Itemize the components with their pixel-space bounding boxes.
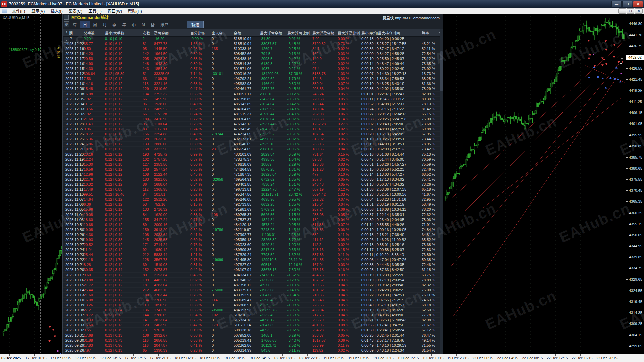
table-row[interactable]: 2025.10.3110.680.12 | 0.12892000.160.41 … [63,222,443,227]
chart-window-icon[interactable] [2,9,7,13]
table-row[interactable]: 2025.10.0913.260.12 | 0.181101850.580.38… [63,303,443,308]
table-row[interactable]: 2025.10.1425.440.12 | 0.122124682.160.98… [63,288,443,293]
table-row[interactable]: 2025.10.1623.880.12 | 0.121994482.120.92… [63,278,443,283]
table-row[interactable]: 2025.10.2720.520.12 | 0.121713714.240.76… [63,242,443,247]
tab-M[interactable]: M [139,21,148,27]
table-row[interactable]: 2025.09.3031.880.13 | 3.731162656.550.53… [63,338,443,343]
table-row[interactable]: 2025.11.2415.960.12 | 0.121332886.000.59… [63,142,443,147]
table-row[interactable]: 2025.12.2235.770.10 | 6.12818477.781.66 … [63,41,443,46]
table-row[interactable]: 2025.10.218.280.12 | 0.12691519.080.31 %… [63,262,443,267]
table-row[interactable]: 2025.12.1720.500.10 | 0.102052673.300.53… [63,56,443,61]
tab-币[interactable]: 币 [129,21,139,28]
panel-side-button-0[interactable]: 移 [64,21,69,27]
table-row[interactable]: 2025.12.12306.640.12 | 95.395133325.057.… [63,71,443,76]
table-row[interactable]: 2025.12.0121.600.12 | 0.121803420.960.72… [63,117,443,122]
table-row[interactable]: 2025.10.2221.180.12 | 1.701283567.780.75… [63,257,443,262]
tab-账户[interactable]: 账户 [158,21,171,28]
table-row[interactable]: 2025.10.2411.040.12 | 0.12921980.120.41 … [63,247,443,252]
table-row[interactable]: 2025.09.2917.830.13 | 0.961162047.870.41… [63,343,443,348]
tab-综[interactable]: 综 [70,21,79,28]
window-title-bar[interactable]: EC 7033259: ECMarkets-Live07 - EC Market… [0,0,644,8]
table-row[interactable]: 2025.12.0313.560.12 | 0.121132489.520.52… [63,107,443,112]
tab-周[interactable]: 周 [90,21,100,28]
table-row[interactable]: 2025.11.2618.720.12 | 0.121562294.880.49… [63,132,443,137]
table-row[interactable]: 2025.11.1322.760.12 | 0.281833821.060.82… [63,177,443,182]
table-row[interactable]: 2025.11.1815.300.12 | 0.181272353.500.50… [63,162,443,167]
table-row[interactable]: 2025.11.2811.400.12 | 0.12951100.640.23 … [63,122,443,127]
column-header-10[interactable]: 最大浮盈金额 [312,30,334,36]
price-axis[interactable]: 4446.804441.704436.754426.554421.454416.… [626,14,644,354]
table-row[interactable]: 2025.12.117.560.12 | 0.12631109.280.22 %… [63,76,443,81]
table-row[interactable]: 2025.10.0117.680.13 | 0.131362932.670.58… [63,333,443,338]
column-header-9[interactable]: 最大浮亏比例 [287,30,310,36]
table-row[interactable]: 2025.10.0718.720.13 | 0.131442780.050.54… [63,313,443,318]
table-row[interactable]: 2025.10.2819.930.12 | 0.881452935.530.60… [63,237,443,242]
table-row[interactable]: 2025.11.2118.960.12 | 0.121583322.560.69… [63,147,443,152]
table-row[interactable]: 2025.10.3019.080.12 | 0.121593913.200.82… [63,227,443,232]
menu-item-6[interactable]: 帮助(H) [125,8,145,14]
menu-item-0[interactable]: 文件(F) [9,8,28,14]
column-header-13[interactable]: 胜率 [422,30,429,36]
table-row[interactable]: 2025.09.267.970.12 | 0.13651390.390.28 %… [63,348,443,353]
panel-side-button-1[interactable]: ? [64,29,69,35]
column-header-7[interactable]: 余额 [234,30,241,36]
table-row[interactable]: 2025.12.1814.200.10 | 0.101421964.500.39… [63,51,443,56]
tab-月[interactable]: 月 [100,21,109,28]
table-row[interactable]: 2025.12.027.920.12 | 0.12661151.280.24 %… [63,112,443,117]
table-row[interactable]: 2025.11.0515.960.12 | 0.121332716.320.56… [63,207,443,212]
table-row[interactable]: 2025.11.1716.560.12 | 0.121382577.240.55… [63,167,443,172]
column-header-8[interactable]: 最大浮亏金额 [260,30,282,36]
table-row[interactable]: 2025.11.0714.640.12 | 0.121222512.200.51… [63,197,443,202]
table-row[interactable]: 2025.12.1014.160.12 | 0.121183221.160.65… [63,81,443,86]
child-minimize-button[interactable]: — [618,8,626,14]
table-row[interactable]: 2025.12.0411.520.12 | 0.12961938.000.40 … [63,102,443,107]
table-row[interactable]: 2025.09.2515.990.12 | 0.191242184.620.44… [63,353,443,354]
menu-item-5[interactable]: 窗口(W) [105,8,125,14]
menu-item-1[interactable]: 显示(V) [28,8,48,14]
table-row[interactable]: 2025.10.2325.440.12 | 0.122125833.441.21… [63,252,443,257]
table-row[interactable]: 2025.11.1099.510.12 | 16.4684101.810.02 … [63,192,443,197]
child-close-button[interactable]: ✕ [635,8,643,14]
menu-item-3[interactable]: 图表(C) [66,8,86,14]
scrollbar-thumb[interactable] [440,51,443,91]
table-row[interactable]: 2025.12.1614.900.10 | 0.151481943.800.39… [63,61,443,66]
column-header-3[interactable]: 次数 [143,30,150,36]
table-row[interactable]: 2025.11.1412.960.12 | 0.121082122.440.45… [63,172,443,177]
tab-季[interactable]: 季 [110,21,119,28]
menu-item-2[interactable]: 插入(I) [48,8,65,14]
panel-minimize-button[interactable]: − [64,15,69,20]
tab-日[interactable]: 日 [80,21,90,28]
mtcommander-stats-panel[interactable]: − MTCommander统计 复盘侠 http://MTCommander.c… [62,14,443,354]
table-row[interactable]: 2025.11.1117.490.12 | 0.881121365.950.28… [63,187,443,192]
window-minimize-button[interactable]: — [611,1,622,7]
column-header-12[interactable]: 最小|平均|最大持仓时间 [361,30,400,36]
table-row[interactable]: 2025.10.179.600.12 | 0.12802193.840.45 %… [63,273,443,278]
tab-备[interactable]: 备 [148,21,157,28]
column-header-5[interactable]: 百分比% [190,30,205,36]
table-row[interactable]: 2025.11.2023.160.12 | 0.121934725.720.99… [63,152,443,157]
table-row[interactable]: 2025.10.1016.080.12 | 0.121342766.960.57… [63,298,443,303]
table-row[interactable]: 2025.10.0618.330.13 | 0.131413823.040.75… [63,318,443,323]
column-header-1[interactable]: 总手数 [84,30,95,36]
table-row[interactable]: 2025.10.2030.350.12 | 3.441522073.870.42… [63,267,443,273]
panel-scrollbar[interactable] [440,29,443,354]
table-row[interactable]: 2025.11.0410.080.12 | 0.12841620.000.33 … [63,212,443,217]
time-axis[interactable]: 16 Dec 202517 Dec 01:1517 Dec 05:1517 De… [0,354,644,362]
table-row[interactable]: 2025.10.0827.210.12 | 1.841361741.700.36… [63,308,443,313]
table-row[interactable]: 2025.12.0915.480.12 | 0.121292310.600.47… [63,86,443,92]
table-row[interactable]: 2025.10.0315.600.13 | 0.131202403.960.47… [63,323,443,328]
panel-side-button-2[interactable]: √ [64,37,69,43]
table-row[interactable]: 2025.12.1514.300.10 | 0.101431854.800.37… [63,66,443,71]
child-restore-button[interactable]: ❐ [627,8,634,14]
track-button[interactable]: 轨迹 [187,21,204,28]
table-row[interactable]: 2025.11.1210.320.12 | 0.12861688.040.34 … [63,182,443,187]
table-row[interactable]: 2025.11.066.360.12 | 0.1253752.160.15 %0… [63,202,443,207]
column-header-2[interactable]: 最小|大手数 [105,30,124,36]
column-header-11[interactable]: 最大浮盈比例 [338,30,360,36]
window-maximize-button[interactable]: ❐ [622,1,632,7]
window-close-button[interactable]: ✕ [633,1,643,7]
table-row[interactable]: 2025.12.0816.080.12 | 0.121342752.320.56… [63,92,443,97]
table-row[interactable]: 2025.11.0318.600.12 | 0.121553417.240.71… [63,217,443,222]
table-row[interactable]: 2025.11.2515.360.12 | 0.121282633.160.54… [63,137,443,142]
table-row[interactable]: 2025.10.029.550.13 | 0.1973976.100.19 %0… [63,328,443,333]
